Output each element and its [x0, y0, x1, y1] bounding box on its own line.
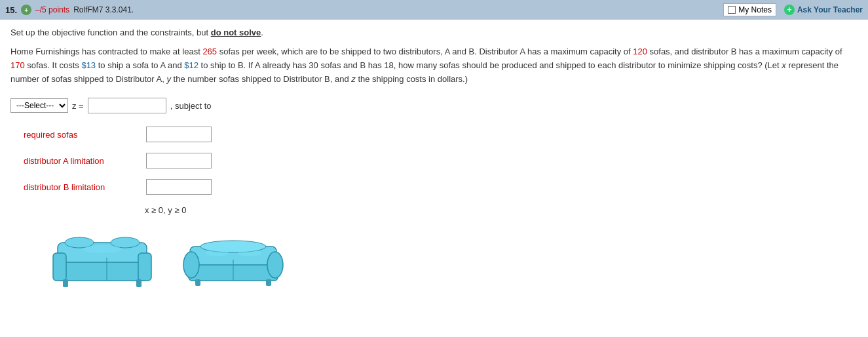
objective-function-input[interactable] — [88, 98, 166, 113]
value-170: 170 — [10, 60, 25, 70]
points-label: –/5 points — [35, 5, 69, 14]
svg-rect-2 — [53, 253, 66, 281]
svg-point-18 — [205, 250, 229, 256]
value-120: 120 — [633, 47, 647, 56]
constraint-row-dist-b: distributor B limitation — [24, 179, 858, 195]
non-negativity-label: x ≥ 0, y ≥ 0 — [145, 205, 858, 215]
ask-teacher-label: Ask Your Teacher — [797, 5, 863, 14]
distributor-a-input[interactable] — [146, 153, 212, 168]
required-sofas-input[interactable] — [146, 127, 212, 142]
problem-text: Home Furnishings has contracted to make … — [10, 45, 858, 86]
constraint-label-required: required sofas — [24, 130, 138, 140]
value-265: 265 — [202, 47, 217, 56]
z-equals-label: z = — [72, 101, 84, 111]
svg-rect-16 — [266, 279, 271, 286]
reference-text: RolfFM7 3.3.041. — [73, 5, 134, 14]
minimize-maximize-select[interactable]: ---Select--- Minimize Maximize — [10, 98, 68, 113]
svg-rect-6 — [136, 279, 142, 287]
sofa-image-2 — [181, 228, 286, 294]
svg-point-12 — [183, 252, 199, 278]
my-notes-label: My Notes — [738, 5, 772, 14]
my-notes-button[interactable]: My Notes — [723, 3, 776, 16]
value-12: $12 — [184, 60, 198, 70]
constraints-section: required sofas distributor A limitation … — [24, 127, 858, 195]
value-13: $13 — [81, 60, 96, 70]
constraint-row-required: required sofas — [24, 127, 858, 142]
svg-rect-5 — [63, 279, 68, 287]
header-left: 15. + –/5 points RolfFM7 3.3.041. — [5, 5, 723, 15]
points-icon: + — [21, 5, 31, 15]
svg-point-19 — [238, 250, 261, 256]
constraint-label-dist-a: distributor A limitation — [24, 156, 138, 166]
subject-to-label: , subject to — [170, 101, 212, 111]
sofa-image-1 — [50, 228, 155, 294]
instruction-text: Set up the objective function and the co… — [10, 28, 858, 37]
ask-teacher-button[interactable]: + Ask Your Teacher — [784, 5, 863, 15]
question-number: 15. — [5, 5, 17, 15]
svg-point-13 — [267, 252, 283, 278]
svg-rect-3 — [138, 253, 151, 281]
objective-function-row: ---Select--- Minimize Maximize z = , sub… — [10, 98, 858, 113]
notes-checkbox-icon — [728, 6, 736, 14]
constraint-row-dist-a: distributor A limitation — [24, 153, 858, 168]
distributor-b-input[interactable] — [146, 179, 212, 195]
plus-circle-icon: + — [784, 5, 795, 15]
constraint-label-dist-b: distributor B limitation — [24, 182, 138, 192]
header-right: My Notes + Ask Your Teacher — [723, 3, 863, 16]
svg-rect-15 — [195, 279, 200, 286]
main-content: Set up the objective function and the co… — [0, 20, 868, 302]
svg-point-9 — [83, 245, 122, 253]
header-bar: 15. + –/5 points RolfFM7 3.3.041. My Not… — [0, 0, 868, 20]
sofas-illustration-area — [50, 228, 858, 294]
